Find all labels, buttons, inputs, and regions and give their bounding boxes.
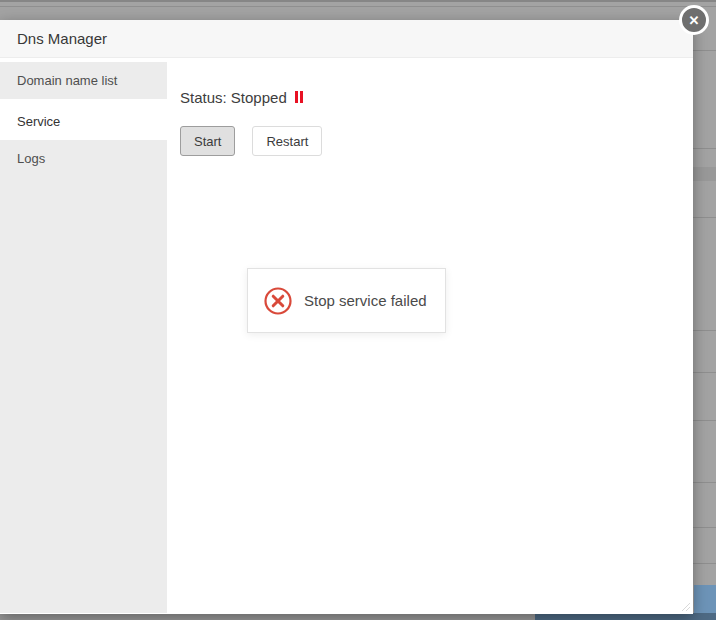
toast-message: Stop service failed [304,292,427,309]
dialog-title: Dns Manager [17,30,107,47]
sidebar-item-service[interactable]: Service [0,104,167,140]
sidebar: Domain name list Service Logs [0,58,167,613]
error-circle-icon [263,286,293,316]
service-buttons: Start Restart [180,126,693,156]
sidebar-item-domain-name-list[interactable]: Domain name list [0,62,167,99]
dns-manager-dialog: ✕ Dns Manager Domain name list Service L… [0,20,693,614]
pause-bar [300,91,303,103]
restart-button[interactable]: Restart [252,126,322,156]
close-icon[interactable]: ✕ [679,5,709,35]
pause-icon [295,91,303,103]
dialog-header: Dns Manager [0,20,693,58]
service-panel: Status: Stopped Start Restart Stop s [167,58,693,613]
screen: ✕ Dns Manager Domain name list Service L… [0,0,716,620]
sidebar-item-logs[interactable]: Logs [0,140,167,177]
status-label: Status: Stopped [180,89,287,106]
toast-stop-service-failed: Stop service failed [247,268,446,333]
sidebar-filler [0,177,167,613]
background-blue-element [694,585,716,613]
background-blue-bar [535,613,716,620]
background-top-edge [0,0,716,2]
resize-grip-icon[interactable] [679,600,691,612]
status-row: Status: Stopped [180,88,693,106]
background-row-divider [0,6,716,7]
start-button[interactable]: Start [180,126,235,156]
pause-bar [295,91,298,103]
